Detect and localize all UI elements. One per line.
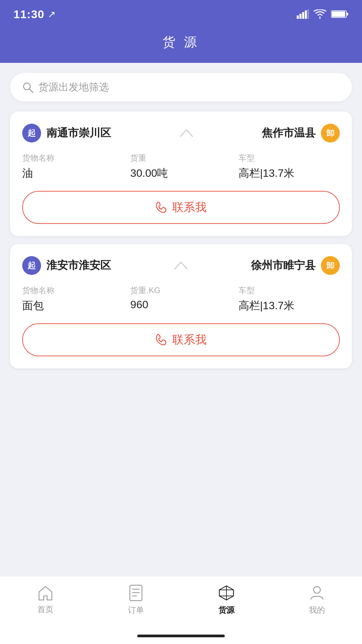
cargo-name-label-1: 货物名称 [22,153,123,163]
route-row-2: 起 淮安市淮安区 徐州市睢宁县 卸 [22,256,340,275]
search-icon [22,82,34,93]
tab-mine-label: 我的 [309,605,325,615]
car-type-label-2: 车型 [239,285,340,296]
car-type-value-2: 高栏|13.7米 [239,298,340,313]
svg-rect-6 [347,13,348,15]
cargo-weight-value-1: 30.00吨 [130,166,231,181]
route-row-1: 起 南通市崇川区 焦作市温县 卸 [22,124,340,143]
orders-icon [129,585,143,601]
contact-btn-text-2: 联系我 [172,332,207,348]
phone-icon-2 [155,334,168,346]
cards-section: 起 南通市崇川区 焦作市温县 卸 货物名称 油 货重 30.00吨 [0,108,362,477]
page-title: 货 源 [162,35,200,49]
end-badge-2: 卸 [321,256,340,275]
cargo-weight-1: 货重 30.00吨 [130,153,231,181]
destination-2: 徐州市睢宁县 [251,258,316,273]
car-type-label-1: 车型 [239,153,340,163]
home-bar [0,630,362,644]
car-type-2: 车型 高栏|13.7米 [239,285,340,313]
cargo-name-value-1: 油 [22,166,123,181]
arrow-icon-2 [116,261,246,270]
cargo-card-2: 起 淮安市淮安区 徐州市睢宁县 卸 货物名称 面包 货重.KG 960 [10,244,352,368]
app-header: 货 源 [0,27,362,63]
tab-home-label: 首页 [37,604,53,615]
svg-rect-7 [332,11,345,17]
phone-icon-1 [155,201,168,213]
cargo-weight-label-2: 货重.KG [130,285,231,296]
cargo-weight-2: 货重.KG 960 [130,285,231,313]
location-icon: ↗ [48,9,56,20]
svg-rect-2 [302,12,304,19]
origin-2: 淮安市淮安区 [46,258,111,273]
cargo-name-value-2: 面包 [22,298,123,313]
home-indicator [137,635,225,637]
contact-button-2[interactable]: 联系我 [22,323,340,356]
cargo-name-2: 货物名称 面包 [22,285,123,313]
contact-button-1[interactable]: 联系我 [22,191,340,224]
info-row-1: 货物名称 油 货重 30.00吨 车型 高栏|13.7米 [22,153,340,181]
svg-rect-0 [297,15,299,19]
origin-1: 南通市崇川区 [46,126,111,140]
mine-icon [309,585,325,601]
tab-orders-label: 订单 [128,605,144,615]
car-type-1: 车型 高栏|13.7米 [239,153,340,181]
search-placeholder: 货源出发地筛选 [38,80,109,94]
svg-rect-1 [299,14,301,19]
svg-point-14 [314,587,320,593]
tab-bar: 首页 订单 货源 我的 [0,576,362,630]
svg-line-9 [29,89,33,92]
start-badge-2: 起 [22,256,41,275]
svg-rect-4 [307,9,309,19]
tab-orders[interactable]: 订单 [90,576,181,623]
status-icons [297,9,349,19]
status-bar: 11:30 ↗ [0,0,362,27]
cargo-card-1: 起 南通市崇川区 焦作市温县 卸 货物名称 油 货重 30.00吨 [10,112,352,236]
cargo-weight-label-1: 货重 [130,153,231,163]
start-badge-1: 起 [22,124,41,143]
tab-cargo[interactable]: 货源 [181,576,272,623]
destination-1: 焦作市温县 [262,126,316,140]
cargo-icon [218,585,235,601]
signal-icon [297,9,309,19]
search-bar[interactable]: 货源出发地筛选 [10,73,352,102]
info-row-2: 货物名称 面包 货重.KG 960 车型 高栏|13.7米 [22,285,340,313]
tab-mine[interactable]: 我的 [272,576,362,623]
cargo-weight-value-2: 960 [130,298,231,311]
wifi-icon [314,9,326,19]
end-badge-1: 卸 [321,124,340,143]
tab-cargo-label: 货源 [218,605,234,615]
search-section: 货源出发地筛选 [0,63,362,108]
car-type-value-1: 高栏|13.7米 [239,166,340,181]
svg-rect-3 [305,10,307,19]
status-time: 11:30 [13,8,44,21]
arrow-icon-1 [116,128,256,138]
contact-btn-text-1: 联系我 [172,200,207,215]
cargo-name-label-2: 货物名称 [22,285,123,296]
tab-home[interactable]: 首页 [0,576,90,623]
home-icon [37,585,54,601]
cargo-name-1: 货物名称 油 [22,153,123,181]
battery-icon [331,10,349,18]
